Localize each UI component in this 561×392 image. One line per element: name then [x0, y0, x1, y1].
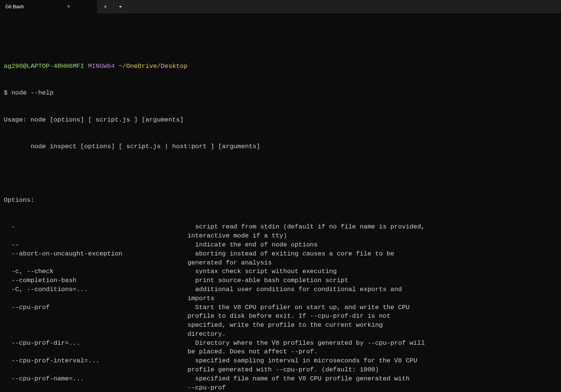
option-description-cont: profile generated with --cpu-prof. (defa… [4, 365, 557, 374]
option-description-cont: generated for analysis [4, 258, 557, 267]
option-row: - script read from stdin (default if no … [4, 222, 557, 231]
blank-line [4, 169, 557, 178]
usage-line-2: node inspect [options] [ script.js | hos… [4, 142, 557, 151]
blank-line [4, 35, 557, 44]
option-row: -- indicate the end of node options [4, 240, 557, 249]
tab-git-bash[interactable]: Git Bash × [0, 0, 98, 14]
option-row: --cpu-prof-name=... specified file name … [4, 374, 557, 383]
option-description: Start the V8 CPU profiler on start up, a… [195, 303, 409, 312]
option-description-cont: profile to disk before exit. If --cpu-pr… [4, 312, 557, 321]
window-titlebar: Git Bash × + [0, 0, 561, 14]
option-row: --completion-bash print source-able bash… [4, 276, 557, 285]
option-flag: --cpu-prof-name=... [11, 374, 195, 383]
option-description-cont: specified, write the profile to the curr… [4, 321, 557, 330]
option-description: specified sampling interval in microseco… [195, 356, 417, 365]
option-description-cont: imports [4, 294, 557, 303]
option-flag: --cpu-prof-dir=... [11, 339, 195, 348]
option-row: -C, --conditions=... additional user con… [4, 285, 557, 294]
option-flag: -C, --conditions=... [11, 285, 195, 294]
option-flag: -- [11, 240, 195, 249]
options-header: Options: [4, 196, 557, 205]
tab-title: Git Bash [5, 3, 24, 10]
options-list: - script read from stdin (default if no … [4, 222, 557, 392]
option-flag: --completion-bash [11, 276, 195, 285]
option-row: --abort-on-uncaught-exception aborting i… [4, 249, 557, 258]
option-description: syntax check script without executing [195, 267, 337, 276]
option-row: --cpu-prof-dir=... Directory where the V… [4, 339, 557, 348]
option-description: indicate the end of node options [195, 240, 317, 249]
tab-dropdown-button[interactable] [115, 0, 126, 14]
usage-line-1: Usage: node [options] [ script.js ] [arg… [4, 116, 557, 125]
terminal-output[interactable]: ag290@LAPTOP-4RHH6MFI MINGW64 ~/OneDrive… [0, 14, 561, 392]
plus-icon: + [104, 3, 107, 11]
option-row: --cpu-prof Start the V8 CPU profiler on … [4, 303, 557, 312]
option-flag: --cpu-prof [11, 303, 195, 312]
option-description-cont: be placed. Does not affect --prof. [4, 347, 557, 356]
prompt-cwd: ~/OneDrive/Desktop [119, 63, 188, 70]
option-description-cont: --cpu-prof [4, 383, 557, 392]
command-line: $ node --help [4, 89, 557, 98]
option-description: aborting instead of exiting causes a cor… [195, 249, 394, 258]
option-flag: - [11, 222, 195, 231]
chevron-down-icon [119, 6, 122, 8]
option-description: script read from stdin (default if no fi… [195, 222, 425, 231]
option-row: -c, --check syntax check script without … [4, 267, 557, 276]
prompt-user-host: ag290@LAPTOP-4RHH6MFI [4, 63, 84, 70]
option-description: print source-able bash completion script [195, 276, 348, 285]
option-flag: --abort-on-uncaught-exception [11, 249, 195, 258]
close-icon[interactable]: × [65, 3, 72, 10]
option-flag: --cpu-prof-interval=... [11, 356, 195, 365]
divider [113, 3, 114, 11]
new-tab-button[interactable]: + [99, 0, 112, 14]
option-row: --cpu-prof-interval=... specified sampli… [4, 356, 557, 365]
prompt-symbol: $ [4, 89, 8, 96]
command-text: node --help [11, 89, 53, 96]
option-description: Directory where the V8 profiles generate… [195, 339, 425, 348]
option-description-cont: directory. [4, 330, 557, 339]
option-description-cont: interactive mode if a tty) [4, 231, 557, 240]
prompt-env: MINGW64 [88, 63, 114, 70]
prompt-line: ag290@LAPTOP-4RHH6MFI MINGW64 ~/OneDrive… [4, 62, 557, 71]
option-description: additional user conditions for condition… [195, 285, 402, 294]
titlebar-actions: + [98, 0, 126, 14]
option-description: specified file name of the V8 CPU profil… [195, 374, 409, 383]
option-flag: -c, --check [11, 267, 195, 276]
